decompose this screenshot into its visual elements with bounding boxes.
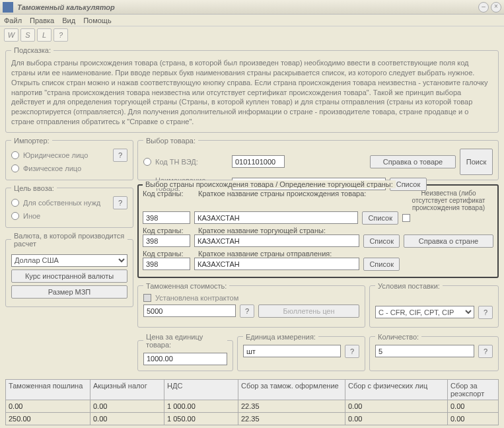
importer-legal-label: Юридическое лицо [23,151,88,159]
qty-help-button[interactable]: ? [478,345,493,358]
cell: 0.00 [6,400,90,412]
close-button[interactable]: × [491,2,501,13]
country-info-button[interactable]: Справка о стране [404,234,493,248]
unit-group: Единица измерения: ? [237,333,365,371]
trade-code-header: Код страны: [143,227,194,234]
dispatch-name-input[interactable] [194,258,359,270]
window-title: Таможенный калькулятор [16,3,476,11]
currency-legend: Валюта, в которой производится расчет [11,232,127,248]
toolbar-l-button[interactable]: L [37,28,52,42]
menu-view[interactable]: Вид [62,17,75,24]
trade-name-input[interactable] [194,234,359,247]
cell: 22.35 [238,400,345,412]
toolbar-help-button[interactable]: ? [54,28,68,42]
purpose-other-label: Иное [23,212,40,220]
customs-value-input[interactable] [143,304,236,317]
origin-code-input[interactable] [143,211,190,224]
cell: 22.35 [238,413,345,425]
toolbar-s-button[interactable]: S [20,28,35,42]
qty-legend: Количество: [375,333,421,341]
purpose-help-button[interactable]: ? [113,196,127,209]
cell: 0.00 [448,400,498,412]
cell: 250.00 [6,413,90,425]
bulletin-button: Бюллетень цен [258,304,359,318]
importer-legal-radio[interactable] [11,151,19,159]
col-clearance: Сбор за тамож. оформление [238,380,345,400]
country-unknown-label: Неизвестна (либо отсутствует сертификат … [404,190,493,211]
col-individual: Сбор с физических лиц [345,380,448,400]
goods-code-input[interactable] [232,155,285,168]
purpose-other-radio[interactable] [11,212,19,220]
col-excise: Акцизный налог [90,380,164,400]
cell: 0.00 [90,400,164,412]
minimize-button[interactable]: – [478,2,489,13]
currency-select[interactable]: Доллар США [11,254,127,267]
qty-group: Количество: ? [369,333,499,371]
country-origin-header: Краткое название страны происхождения то… [198,190,400,211]
results-row-1: 0.00 0.00 1 000.00 22.35 0.00 0.00 [5,400,499,413]
menu-edit[interactable]: Правка [30,17,54,24]
delivery-select[interactable]: C - CFR, CIF, CPT, CIP [375,306,474,318]
menubar: Файл Правка Вид Помощь [0,15,504,26]
trade-name-header: Краткое название торгующей страны: [198,227,326,234]
importer-help-button[interactable]: ? [113,149,127,162]
goods-code-radio[interactable] [143,158,151,166]
hint-legend: Подсказка: [11,46,54,54]
titlebar: Таможенный калькулятор – × [0,0,504,15]
customs-value-legend: Таможенная стоимость: [143,282,229,290]
purpose-group: Цель ввоза: Для собственных нужд ? Иное [5,184,133,228]
contract-checkbox[interactable] [143,294,151,302]
unit-help-button[interactable]: ? [345,345,359,358]
dispatch-code-input[interactable] [143,258,190,270]
country-unknown-checkbox[interactable] [402,214,410,222]
toolbar-w-button[interactable]: W [4,28,18,42]
contract-label: Установлена контрактом [155,294,238,302]
goods-info-button[interactable]: Справка о товаре [370,155,456,168]
country-legend: Выбор страны происхождения товара / Опре… [143,180,396,188]
exchange-rate-button[interactable]: Курс иностранной валюты [11,269,127,283]
customs-value-help-button[interactable]: ? [240,304,254,318]
importer-physical-radio[interactable] [11,164,19,172]
unit-price-legend: Цена за единицу товара: [143,333,227,349]
toolbar: W S L ? [0,26,504,44]
totals-row: Итого: 1 022.35 дол. Итого без льгот: 1 … [5,425,499,428]
importer-group: Импортер: Юридическое лицо ? Физическое … [5,137,133,180]
unit-legend: Единица измерения: [243,333,318,341]
importer-physical-label: Физическое лицо [23,164,81,172]
col-vat: НДС [164,380,238,400]
currency-group: Валюта, в которой производится расчет До… [5,232,133,307]
delivery-help-button[interactable]: ? [478,306,493,319]
delivery-legend: Условия поставки: [375,282,443,290]
cell: 0.00 [90,413,164,425]
country-code-header: Код страны: [143,190,194,211]
hint-text: Для выбора страны происхождения товара (… [11,58,493,127]
goods-group: Выбор товара: Код ТН ВЭД: Справка о това… [137,137,499,180]
cell: 1 050.00 [164,413,238,425]
hint-group: Подсказка: Для выбора страны происхожден… [5,46,499,133]
cell: 1 000.00 [164,400,238,412]
menu-help[interactable]: Помощь [83,17,112,24]
menu-file[interactable]: Файл [4,17,22,24]
importer-legend: Импортер: [11,137,52,145]
customs-value-group: Таможенная стоимость: Установлена контра… [137,282,365,328]
unit-input[interactable] [243,345,341,357]
goods-legend: Выбор товара: [143,137,198,145]
col-duty: Таможенная пошлина [6,380,90,400]
origin-list-button[interactable]: Список [362,211,398,225]
dispatch-name-header: Краткое название страны отправления: [198,250,332,258]
mzp-button[interactable]: Размер МЗП [11,285,127,299]
dispatch-list-button[interactable]: Список [363,258,400,271]
purpose-own-radio[interactable] [11,199,19,207]
results-row-2: 250.00 0.00 1 050.00 22.35 0.00 0.00 [5,413,499,425]
trade-code-input[interactable] [143,234,190,247]
trade-list-button[interactable]: Список [363,234,400,248]
purpose-own-label: Для собственных нужд [23,199,100,207]
cell: 0.00 [345,400,448,412]
cell: 0.00 [345,413,448,425]
origin-name-input[interactable] [194,211,358,224]
unit-price-input[interactable] [143,353,227,365]
dispatch-code-header: Код страны: [143,250,194,258]
qty-input[interactable] [375,345,474,357]
goods-search-button[interactable]: Поиск [460,149,493,175]
delivery-group: Условия поставки: C - CFR, CIF, CPT, CIP… [369,282,499,328]
